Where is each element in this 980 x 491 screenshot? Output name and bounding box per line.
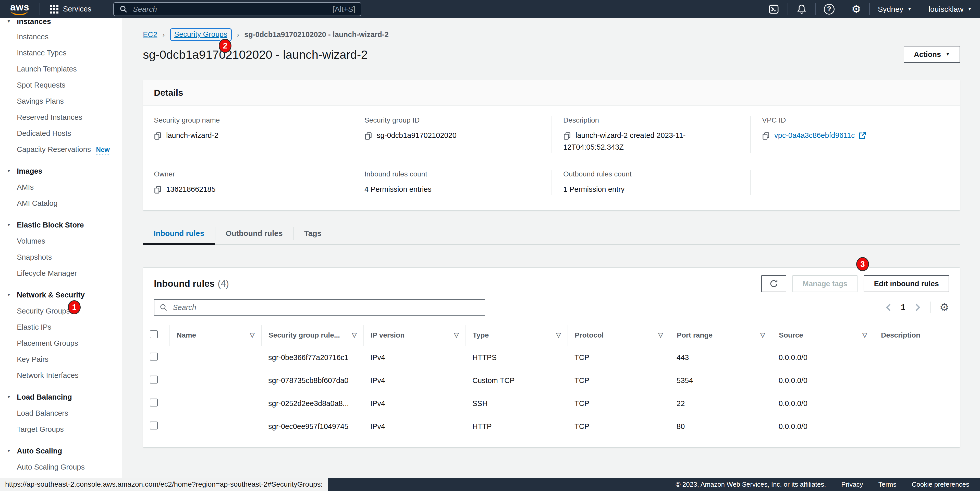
table-settings-icon[interactable]: ⚙ [939,302,949,313]
tabs: Inbound rulesOutbound rulesTags [143,223,960,245]
sidebar-item-capacity-reservations[interactable]: Capacity ReservationsNew [0,142,122,158]
notifications-button[interactable] [788,0,815,18]
detail-value: 1 Permission entry [563,183,739,195]
previous-page-icon[interactable] [885,303,892,312]
sidebar-item-instance-types[interactable]: Instance Types [0,45,122,61]
tab-tags[interactable]: Tags [293,223,332,244]
copy-icon[interactable] [364,131,377,139]
select-all-checkbox[interactable] [150,330,158,338]
filter-icon[interactable]: ▽ [556,331,561,339]
rules-search[interactable] [154,299,485,316]
footer-link-cookie-preferences[interactable]: Cookie preferences [912,480,969,488]
cell-protocol: TCP [568,415,670,438]
sidebar-item-spot-requests[interactable]: Spot Requests [0,77,122,93]
detail-value-text: 136218662185 [166,185,216,193]
column-header-name[interactable]: Name▽ [170,325,262,346]
cell-description: – [874,415,960,438]
row-checkbox[interactable] [150,376,158,384]
edit-inbound-rules-button[interactable]: Edit inbound rules [864,275,949,292]
footer-link-privacy[interactable]: Privacy [842,480,863,488]
sidebar-item-dedicated-hosts[interactable]: Dedicated Hosts [0,125,122,142]
sidebar-item-target-groups[interactable]: Target Groups [0,421,122,437]
filter-icon[interactable]: ▽ [250,331,255,339]
sidebar-item-instances[interactable]: Instances [0,29,122,45]
search-input[interactable] [132,5,328,14]
sidebar-item-label: Key Pairs [17,355,48,363]
inbound-rules-card: Inbound rules(4) Manage tags Edit inboun… [143,267,960,448]
copy-icon[interactable] [154,131,166,139]
cloudshell-terminal-icon [768,4,780,14]
sidebar-clipped-section: Instances [0,20,122,29]
manage-tags-button[interactable]: Manage tags [792,275,858,292]
page-number[interactable]: 1 [901,303,905,312]
search-icon [119,5,127,13]
breadcrumb-ec2-link[interactable]: EC2 [143,30,157,39]
cloudshell-button[interactable] [760,0,788,18]
filter-icon[interactable]: ▽ [454,331,459,339]
aws-logo[interactable]: aws [10,2,31,16]
help-button[interactable]: ? [816,0,843,18]
column-header-description[interactable]: Description [874,325,960,346]
table-row: –sgr-078735cb8bf607da0IPv4Custom TCPTCP5… [143,369,960,392]
footer-link-terms[interactable]: Terms [878,480,897,488]
sidebar-item-lifecycle-manager[interactable]: Lifecycle Manager [0,265,122,281]
sidebar-item-savings-plans[interactable]: Savings Plans [0,93,122,109]
sidebar-item-key-pairs[interactable]: Key Pairs [0,351,122,367]
cell-rule-id: sgr-0252d2ee3d8a0a8... [262,392,364,415]
sidebar-item-label: Elastic IPs [17,323,51,331]
sidebar-item-reserved-instances[interactable]: Reserved Instances [0,109,122,125]
row-checkbox[interactable] [150,352,158,360]
sidebar-item-network-interfaces[interactable]: Network Interfaces [0,367,122,384]
breadcrumb-security-groups-link[interactable]: Security Groups [174,30,228,38]
breadcrumb: EC2 › Security Groups › sg-0dcb1a9170210… [143,28,960,41]
sidebar-item-launch-templates[interactable]: Launch Templates [0,61,122,77]
column-header-type[interactable]: Type▽ [466,325,568,346]
row-checkbox[interactable] [150,422,158,429]
vpc-id-link[interactable]: vpc-0a4a3c86ebfd9611c [774,131,855,139]
tab-inbound-rules[interactable]: Inbound rules [143,223,215,245]
sidebar-item-volumes[interactable]: Volumes [0,233,122,249]
account-menu[interactable]: louiscklaw ▼ [920,0,980,18]
cell-description: – [874,369,960,392]
select-all-header [143,325,170,346]
sidebar-item-security-groups[interactable]: Security Groups [0,303,122,319]
actions-button[interactable]: Actions ▼ [904,46,960,63]
cell-ip-version: IPv4 [364,346,466,369]
cell-source: 0.0.0.0/0 [772,346,874,369]
sidebar-item-placement-groups[interactable]: Placement Groups [0,335,122,351]
copy-icon[interactable] [154,185,166,193]
sidebar-item-load-balancers[interactable]: Load Balancers [0,405,122,421]
rules-search-input[interactable] [172,303,479,312]
page-title: sg-0dcb1a91702102020 - launch-wizard-2 [143,48,368,62]
next-page-icon[interactable] [914,303,921,312]
services-menu-button[interactable]: Services [40,0,101,18]
filter-icon[interactable]: ▽ [658,331,663,339]
row-checkbox[interactable] [150,399,158,407]
sidebar-item-elastic-ips[interactable]: Elastic IPs [0,319,122,335]
cell-name: – [170,369,262,392]
sidebar-section-instances: Instances [0,20,122,29]
sidebar-item-ami-catalog[interactable]: AMI Catalog [0,195,122,211]
cell-protocol: TCP [568,346,670,369]
copy-icon[interactable] [762,131,774,139]
column-header-source[interactable]: Source▽ [772,325,874,346]
filter-icon[interactable]: ▽ [862,331,867,339]
sidebar-item-amis[interactable]: AMIs [0,179,122,195]
browser-status-url: https://ap-southeast-2.console.aws.amazo… [0,478,328,491]
breadcrumb-separator-icon: › [237,30,239,39]
copy-icon[interactable] [563,131,576,139]
settings-button[interactable]: ⚙ [843,0,869,18]
column-header-port-range[interactable]: Port range▽ [670,325,772,346]
sidebar-section-load-balancing: Load Balancing [0,389,122,405]
refresh-button[interactable] [761,275,786,292]
filter-icon[interactable]: ▽ [760,331,765,339]
filter-icon[interactable]: ▽ [352,331,357,339]
tab-outbound-rules[interactable]: Outbound rules [215,223,293,244]
sidebar-item-snapshots[interactable]: Snapshots [0,249,122,265]
column-header-security-group-rule[interactable]: Security group rule...▽ [262,325,364,346]
sidebar-item-auto-scaling-groups[interactable]: Auto Scaling Groups [0,459,122,475]
region-selector[interactable]: Sydney ▼ [870,0,920,18]
column-header-ip-version[interactable]: IP version▽ [364,325,466,346]
column-header-protocol[interactable]: Protocol▽ [568,325,670,346]
global-search[interactable]: [Alt+S] [113,2,361,16]
